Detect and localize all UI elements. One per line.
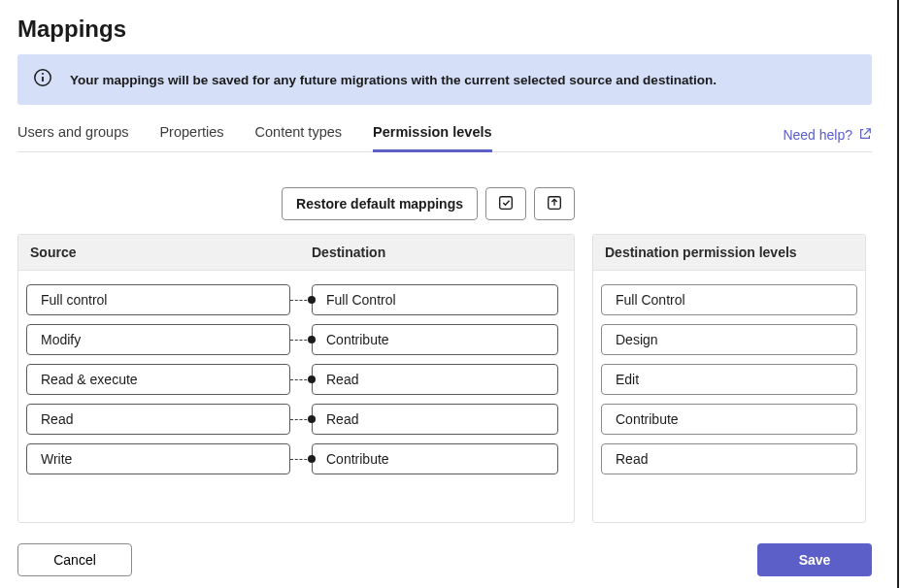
permission-level-item[interactable]: Design xyxy=(601,324,857,355)
tab-users-and-groups[interactable]: Users and groups xyxy=(17,124,128,152)
import-icon xyxy=(497,194,515,214)
mapping-row: Modify Contribute xyxy=(26,324,566,355)
page-title: Mappings xyxy=(17,16,872,43)
mapping-row: Read & execute Read xyxy=(26,364,566,395)
export-icon xyxy=(546,194,563,214)
tab-permission-levels[interactable]: Permission levels xyxy=(373,124,492,152)
mapping-connector-icon xyxy=(290,364,312,395)
svg-rect-3 xyxy=(500,196,513,209)
external-link-icon xyxy=(858,127,872,144)
mapping-destination-chip[interactable]: Full Control xyxy=(312,284,558,315)
mapping-connector-icon xyxy=(290,324,312,355)
footer-actions: Cancel Save xyxy=(17,543,872,576)
mapping-row: Read Read xyxy=(26,404,566,435)
tab-content-types[interactable]: Content types xyxy=(255,124,342,152)
mapping-row: Full control Full Control xyxy=(26,284,566,315)
mapping-destination-chip[interactable]: Read xyxy=(312,404,558,435)
mappings-destination-header: Destination xyxy=(300,235,574,270)
mappings-toolbar: Restore default mappings xyxy=(17,187,575,220)
mappings-source-header: Source xyxy=(18,235,300,270)
mapping-source-chip[interactable]: Write xyxy=(26,443,290,474)
permission-level-item[interactable]: Read xyxy=(601,443,857,474)
mapping-destination-chip[interactable]: Contribute xyxy=(312,324,558,355)
mapping-destination-chip[interactable]: Read xyxy=(312,364,558,395)
restore-default-mappings-button[interactable]: Restore default mappings xyxy=(282,187,478,220)
mappings-panel: Source Destination Full control Full Con… xyxy=(17,234,575,523)
mapping-connector-icon xyxy=(290,443,312,474)
permission-level-item[interactable]: Edit xyxy=(601,364,857,395)
tab-properties[interactable]: Properties xyxy=(159,124,223,152)
tabs-bar: Users and groups Properties Content type… xyxy=(17,124,872,152)
mapping-source-chip[interactable]: Read & execute xyxy=(26,364,290,395)
cancel-button[interactable]: Cancel xyxy=(17,543,132,576)
info-banner-text: Your mappings will be saved for any futu… xyxy=(70,73,717,87)
mapping-destination-chip[interactable]: Contribute xyxy=(312,443,558,474)
import-button[interactable] xyxy=(485,187,526,220)
mapping-connector-icon xyxy=(290,404,312,435)
need-help-link[interactable]: Need help? xyxy=(783,127,872,149)
destination-permission-levels-panel: Destination permission levels Full Contr… xyxy=(592,234,866,523)
mapping-source-chip[interactable]: Modify xyxy=(26,324,290,355)
mapping-source-chip[interactable]: Read xyxy=(26,404,290,435)
save-button[interactable]: Save xyxy=(757,543,872,576)
info-banner: Your mappings will be saved for any futu… xyxy=(17,54,872,105)
need-help-label: Need help? xyxy=(783,127,852,143)
permission-level-item[interactable]: Contribute xyxy=(601,404,857,435)
mapping-source-chip[interactable]: Full control xyxy=(26,284,290,315)
export-button[interactable] xyxy=(534,187,575,220)
destination-permission-levels-header: Destination permission levels xyxy=(593,235,865,270)
svg-point-2 xyxy=(42,73,44,75)
info-icon xyxy=(33,68,52,91)
mapping-row: Write Contribute xyxy=(26,443,566,474)
mapping-connector-icon xyxy=(290,284,312,315)
permission-level-item[interactable]: Full Control xyxy=(601,284,857,315)
